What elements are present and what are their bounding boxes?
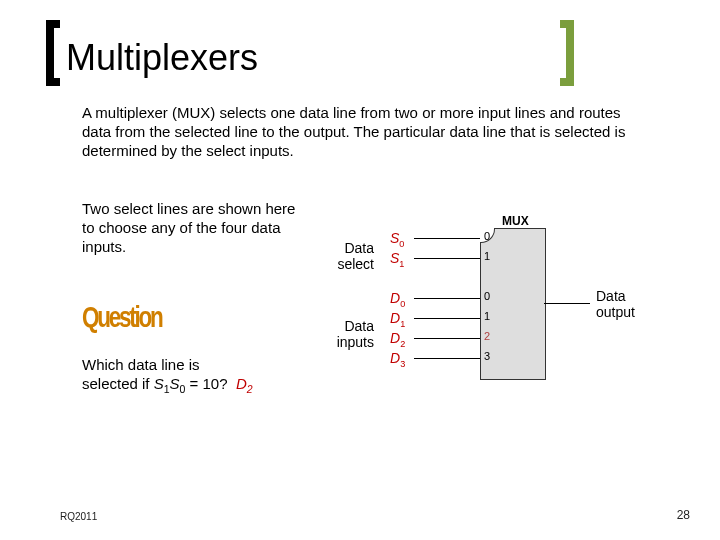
wire-d2 bbox=[414, 338, 480, 339]
q-suffix: = 10? bbox=[185, 375, 227, 392]
footer-left: RQ2011 bbox=[60, 511, 97, 522]
mux-chip-label: MUX bbox=[502, 214, 529, 228]
pin-sel-1: 1 bbox=[484, 250, 490, 262]
wire-d1 bbox=[414, 318, 480, 319]
data-inputs-label: Data inputs bbox=[330, 318, 374, 350]
signal-d3: D3 bbox=[390, 350, 405, 369]
pin-din-2: 2 bbox=[484, 330, 490, 342]
signal-s1: S1 bbox=[390, 250, 404, 269]
question-line2-prefix: selected if bbox=[82, 375, 154, 392]
data-output-label: Data output bbox=[596, 288, 650, 320]
signal-d2: D2 bbox=[390, 330, 405, 349]
signal-s0: S0 bbox=[390, 230, 404, 249]
q-var2: S bbox=[170, 375, 180, 392]
title-bracket-left bbox=[46, 20, 60, 86]
data-select-label: Data select bbox=[330, 240, 374, 272]
question-text: Which data line is selected if S1S0 = 10… bbox=[82, 356, 312, 396]
question-line1: Which data line is bbox=[82, 356, 200, 373]
body-paragraph: Two select lines are shown here to choos… bbox=[82, 200, 312, 256]
page-title: Multiplexers bbox=[60, 28, 258, 88]
footer-page-number: 28 bbox=[677, 508, 690, 522]
signal-d0: D0 bbox=[390, 290, 405, 309]
answer: D2 bbox=[236, 375, 253, 392]
question-heading: Question bbox=[82, 300, 162, 334]
answer-sub: 2 bbox=[247, 383, 253, 395]
signal-d1: D1 bbox=[390, 310, 405, 329]
wire-s0 bbox=[414, 238, 480, 239]
pin-din-3: 3 bbox=[484, 350, 490, 362]
pin-din-0: 0 bbox=[484, 290, 490, 302]
title-bracket-right bbox=[560, 20, 574, 86]
wire-s1 bbox=[414, 258, 480, 259]
wire-d0 bbox=[414, 298, 480, 299]
wire-d3 bbox=[414, 358, 480, 359]
mux-diagram: MUX Data select S0 0 S1 1 Data inputs D0… bbox=[330, 200, 650, 420]
q-var1: S bbox=[154, 375, 164, 392]
pin-din-1: 1 bbox=[484, 310, 490, 322]
wire-output bbox=[544, 303, 590, 304]
intro-paragraph: A multiplexer (MUX) selects one data lin… bbox=[82, 104, 642, 160]
answer-var: D bbox=[236, 375, 247, 392]
pin-sel-0: 0 bbox=[484, 230, 490, 242]
